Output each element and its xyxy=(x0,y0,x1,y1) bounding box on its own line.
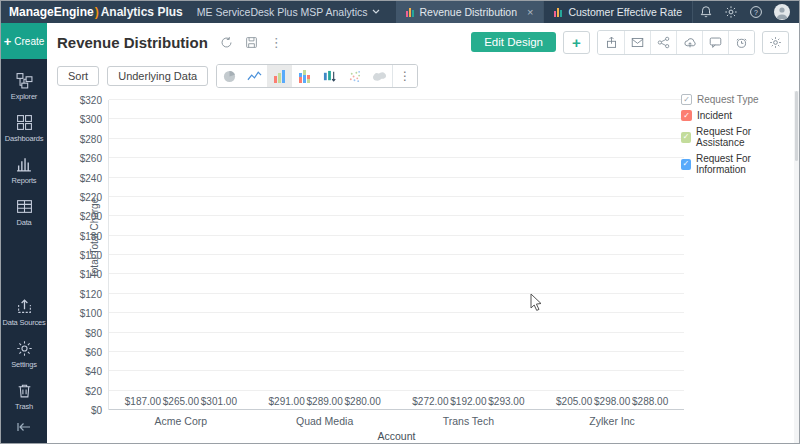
settings-gear-icon[interactable] xyxy=(724,5,738,19)
create-label: Create xyxy=(14,36,44,47)
edit-design-button[interactable]: Edit Design xyxy=(471,32,556,52)
email-button[interactable] xyxy=(624,31,650,54)
bar-group-cell: $187.00$265.00$301.00 xyxy=(109,100,253,410)
legend-checkbox[interactable]: ✓ xyxy=(681,159,691,170)
tab-customer-effective-rate[interactable]: Customer Effective Rate xyxy=(543,1,693,23)
export-button[interactable] xyxy=(598,31,624,54)
collapse-arrow-icon xyxy=(16,421,32,433)
y-tick-label: $20 xyxy=(85,385,102,396)
user-avatar[interactable] xyxy=(774,4,790,20)
schedule-button[interactable] xyxy=(728,31,754,54)
legend-item[interactable]: ✓Incident xyxy=(681,110,793,121)
svg-text:?: ? xyxy=(754,9,758,16)
sidebar-item-dashboards[interactable]: Dashboards xyxy=(1,114,47,143)
sidebar-item-data[interactable]: Data xyxy=(1,198,47,227)
data-sources-icon xyxy=(16,298,33,315)
scatter-chart-icon[interactable] xyxy=(342,65,367,87)
stacked-bar-icon[interactable] xyxy=(292,65,317,87)
sidebar-item-settings[interactable]: Settings xyxy=(1,340,47,369)
workspace-name: ME ServiceDesk Plus MSP Analytics xyxy=(197,6,368,18)
plus-icon: + xyxy=(572,35,581,50)
help-icon[interactable]: ? xyxy=(749,5,763,19)
underlying-data-button[interactable]: Underlying Data xyxy=(107,66,208,86)
map-chart-icon[interactable] xyxy=(367,65,392,87)
save-icon[interactable] xyxy=(245,36,258,49)
bar-chart-icon[interactable] xyxy=(267,65,292,87)
legend-header-label: Request Type xyxy=(697,94,759,105)
legend-items: ✓Incident✓Request For Assistance✓Request… xyxy=(681,110,793,175)
sort-button[interactable]: Sort xyxy=(57,66,99,86)
bar-value-label: $272.00 xyxy=(412,396,448,407)
more-chart-types-icon[interactable]: ⋮ xyxy=(392,65,417,87)
settings-icon xyxy=(16,340,33,357)
report-tabs: Revenue Distribution × Customer Effectiv… xyxy=(396,1,694,23)
chevron-down-icon xyxy=(372,9,380,15)
legend-item[interactable]: ✓Request For Information xyxy=(681,153,793,175)
notifications-bell-icon[interactable] xyxy=(699,5,713,19)
workspace-selector[interactable]: ME ServiceDesk Plus MSP Analytics xyxy=(197,6,380,18)
sidebar-item-label: Settings xyxy=(11,360,37,369)
x-axis-labels: Acme CorpQuad MediaTrans TechZylker Inc xyxy=(109,415,684,427)
y-axis-title: Total Total Charge xyxy=(89,198,100,278)
sidebar-item-label: Reports xyxy=(12,176,37,185)
line-chart-icon[interactable] xyxy=(242,65,267,87)
legend-checkbox[interactable]: ✓ xyxy=(681,132,691,143)
sidebar: + Create Explorer Dashboards Reports Dat… xyxy=(1,23,47,443)
sidebar-item-explorer[interactable]: Explorer xyxy=(1,72,47,101)
request-type-checkbox[interactable]: ✓ xyxy=(681,94,692,105)
refresh-icon[interactable] xyxy=(220,36,233,49)
report-settings-gear-icon xyxy=(769,36,782,49)
report-settings-button[interactable] xyxy=(762,31,789,54)
tab-revenue-distribution[interactable]: Revenue Distribution × xyxy=(396,1,544,23)
app-window: ManageEngine)Analytics Plus ME ServiceDe… xyxy=(0,0,800,444)
legend-header-row[interactable]: ✓ Request Type xyxy=(681,94,793,105)
x-category-label: Zylker Inc xyxy=(540,415,684,427)
report-header: Revenue Distribution ⋮ Edit Design + xyxy=(47,23,799,61)
sidebar-item-label: Data xyxy=(16,218,31,227)
bar-value-label: $288.00 xyxy=(632,396,668,407)
add-view-button[interactable]: + xyxy=(563,31,590,54)
bar-group-cell: $205.00$298.00$288.00 xyxy=(540,100,684,410)
create-button[interactable]: + Create xyxy=(1,23,47,59)
export-icon xyxy=(605,36,618,49)
x-category-label: Quad Media xyxy=(253,415,397,427)
legend-item-label: Request For Assistance xyxy=(696,126,793,148)
share-button[interactable] xyxy=(650,31,676,54)
comments-button[interactable] xyxy=(702,31,728,54)
sidebar-item-label: Trash xyxy=(15,402,33,411)
report-actions: Edit Design + xyxy=(471,30,789,55)
legend: ✓ Request Type ✓Incident✓Request For Ass… xyxy=(681,94,793,180)
legend-item-label: Request For Information xyxy=(696,153,793,175)
publish-button[interactable] xyxy=(676,31,702,54)
chart-region: $0$20$40$60$80$100$120$140$160$180$200$2… xyxy=(47,91,799,443)
y-tick-label: $320 xyxy=(80,95,102,106)
y-tick-label: $80 xyxy=(85,327,102,338)
sidebar-item-label: Data Sources xyxy=(2,318,45,327)
main-content: Revenue Distribution ⋮ Edit Design + xyxy=(47,23,799,443)
bar-value-label: $265.00 xyxy=(163,396,199,407)
bar-updown-icon[interactable] xyxy=(317,65,342,87)
pie-chart-icon[interactable] xyxy=(217,65,242,87)
sidebar-item-trash[interactable]: Trash xyxy=(1,382,47,411)
close-tab-icon[interactable]: × xyxy=(527,6,533,18)
sidebar-item-reports[interactable]: Reports xyxy=(1,156,47,185)
publish-cloud-icon xyxy=(683,36,697,49)
collapse-sidebar-button[interactable] xyxy=(16,419,32,437)
bar-value-label: $280.00 xyxy=(345,396,381,407)
sidebar-item-data-sources[interactable]: Data Sources xyxy=(1,298,47,327)
kebab-menu-icon[interactable]: ⋮ xyxy=(270,36,283,49)
sidebar-item-label: Explorer xyxy=(11,92,37,101)
report-action-icons xyxy=(597,30,755,55)
vertical-scrollbar[interactable] xyxy=(794,91,799,443)
person-icon xyxy=(774,4,790,20)
legend-checkbox[interactable]: ✓ xyxy=(681,110,692,121)
legend-item[interactable]: ✓Request For Assistance xyxy=(681,126,793,148)
logo-part1: ManageEngine xyxy=(9,5,94,19)
scrollbar-thumb[interactable] xyxy=(795,91,798,161)
reports-icon xyxy=(16,156,33,173)
bar-chart-tab-icon xyxy=(406,8,414,17)
bar-value-label: $205.00 xyxy=(556,396,592,407)
bar-value-label: $289.00 xyxy=(307,396,343,407)
legend-item-label: Incident xyxy=(697,110,732,121)
email-icon xyxy=(631,36,644,49)
